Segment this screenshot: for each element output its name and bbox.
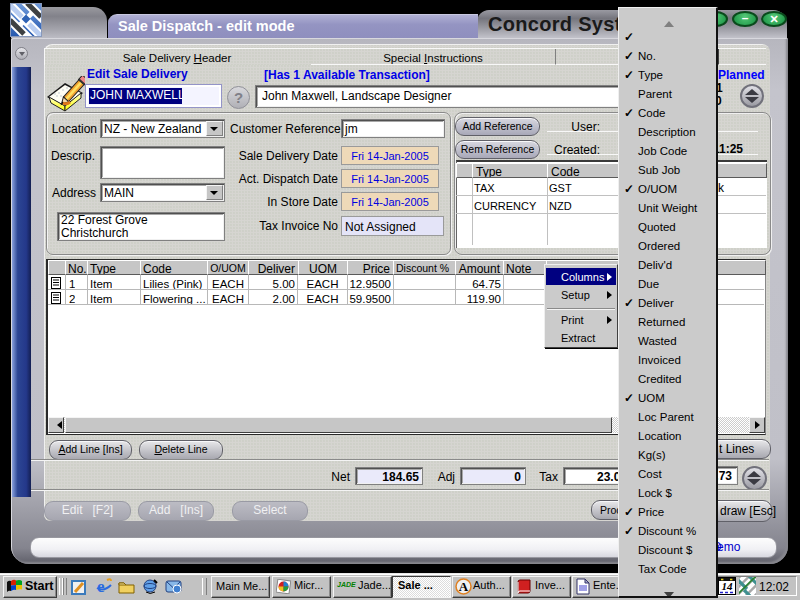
svg-text:e: e <box>97 577 105 596</box>
svg-text:A: A <box>459 579 469 594</box>
svg-text:14: 14 <box>722 580 734 592</box>
